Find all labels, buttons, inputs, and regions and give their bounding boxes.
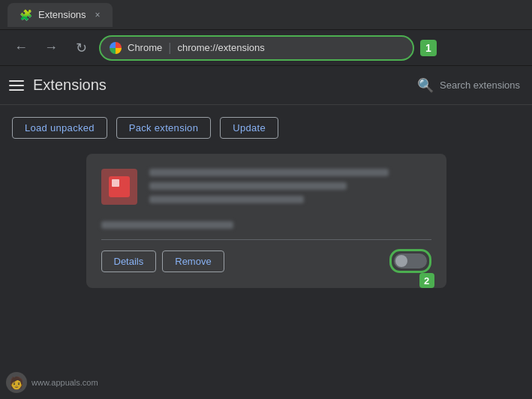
extension-info <box>149 169 431 209</box>
forward-icon: → <box>44 40 58 56</box>
watermark-logo: 🧑 <box>6 372 27 393</box>
extensions-tab[interactable]: 🧩 Extensions × <box>8 3 113 27</box>
puzzle-icon: 🧩 <box>20 9 32 21</box>
extension-icon <box>101 169 137 205</box>
watermark-icon: 🧑 <box>9 376 24 390</box>
forward-button[interactable]: → <box>39 36 63 60</box>
refresh-button[interactable]: ↻ <box>69 36 93 60</box>
page-title: Extensions <box>33 76 107 94</box>
update-button[interactable]: Update <box>220 117 278 139</box>
back-button[interactable]: ← <box>9 36 33 60</box>
refresh-icon: ↻ <box>76 40 87 56</box>
extension-name-blurred <box>149 169 389 176</box>
tab-close-button[interactable]: × <box>95 10 101 20</box>
header-right: 🔍 Search extensions <box>417 77 520 94</box>
step-badge-1: 1 <box>420 40 437 56</box>
address-bar-wrapper: Chrome | chrome://extensions 1 <box>99 35 414 61</box>
tab-area: 🧩 Extensions × <box>8 0 113 29</box>
load-unpacked-button[interactable]: Load unpacked <box>12 117 107 139</box>
pack-extension-button[interactable]: Pack extension <box>116 117 211 139</box>
nav-bar: ← → ↻ Chrome | chrome://extensions 1 <box>0 30 532 66</box>
extension-desc-blurred-2 <box>149 196 305 203</box>
tab-label: Extensions <box>38 9 86 20</box>
extension-card: Details Remove 2 <box>86 154 446 288</box>
step-badge-2: 2 <box>419 273 434 288</box>
browser-title-bar: 🧩 Extensions × <box>0 0 532 30</box>
extension-extra-blurred <box>101 221 233 229</box>
address-divider: | <box>168 41 171 55</box>
remove-button[interactable]: Remove <box>162 250 224 272</box>
search-label: Search extensions <box>440 80 520 91</box>
watermark-text: www.appuals.com <box>32 378 98 387</box>
toggle-wrapper: 2 <box>389 249 431 273</box>
hamburger-menu[interactable] <box>9 80 24 91</box>
details-button[interactable]: Details <box>101 250 157 272</box>
address-bar[interactable]: Chrome | chrome://extensions <box>99 35 414 61</box>
address-url: chrome://extensions <box>177 42 264 53</box>
extension-footer-buttons: Details Remove <box>101 250 224 272</box>
extension-card-footer: Details Remove 2 <box>101 239 431 273</box>
address-site: Chrome <box>128 42 162 53</box>
extension-desc-blurred-1 <box>149 182 347 190</box>
extension-card-top <box>101 169 431 209</box>
watermark: 🧑 www.appuals.com <box>6 372 98 393</box>
toggle-thumb <box>395 255 407 267</box>
toggle-container <box>389 249 431 273</box>
extension-icon-inner <box>109 176 130 197</box>
extension-toggle[interactable] <box>394 254 427 268</box>
extensions-header: Extensions 🔍 Search extensions <box>0 66 532 105</box>
back-icon: ← <box>14 40 28 56</box>
search-icon[interactable]: 🔍 <box>417 77 434 94</box>
extensions-page: Extensions 🔍 Search extensions Load unpa… <box>0 66 532 399</box>
extension-list: Details Remove 2 <box>0 154 532 300</box>
header-left: Extensions <box>9 76 107 94</box>
chrome-logo <box>110 42 122 54</box>
action-buttons-area: Load unpacked Pack extension Update <box>0 105 532 154</box>
